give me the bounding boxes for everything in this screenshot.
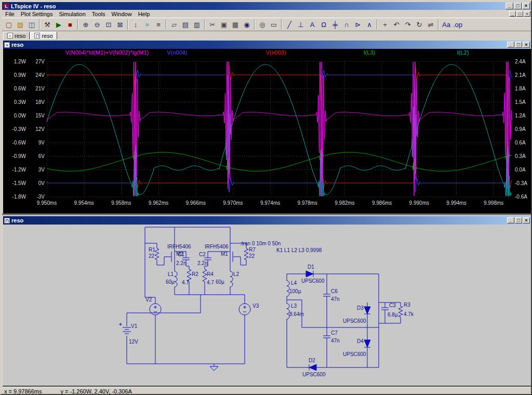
trace-label[interactable]: V(n004) [167,49,187,56]
tab-reso-1[interactable]: ⊓reso [30,32,57,40]
text-button[interactable]: Aa [441,19,452,30]
y-axis-voltage-label: 24V [35,72,45,78]
y-axis-voltage-label: 15V [35,113,45,118]
tile-vertical-button[interactable]: ▥ [191,19,203,30]
minimize-button[interactable]: _ [506,3,513,9]
toolbar-separator [127,19,128,30]
schematic-minimize-button[interactable]: _ [507,217,514,223]
schematic-label: L1 [168,271,174,277]
diode-button[interactable]: ⊳ [352,19,364,30]
y-axis-voltage-label: 0V [38,180,45,186]
close-button[interactable]: × [522,3,530,9]
waveform-window-title-bar[interactable]: ≈ reso _ □ × [3,41,531,49]
menu-file[interactable]: File [2,10,18,18]
capacitor-button[interactable]: ╪ [329,19,341,30]
component-button[interactable]: ∧ [364,19,375,30]
x-axis-time-label: 9.962ms [149,200,168,206]
mdi-minimize-button[interactable]: _ [509,11,516,17]
toolbar-separator [438,19,439,30]
schematic-label: D2 [309,358,315,363]
halt-button[interactable]: ■ [64,19,76,30]
y-axis-power-label: 0.6W [14,86,26,91]
open-button[interactable]: ▨ [15,19,26,30]
schematic-canvas[interactable]: .tran 0 10m 0 50nK1 L1 L2 L3 0.9998IRFH5… [3,225,531,386]
mdi-restore-button[interactable]: □ [516,11,523,17]
x-axis-time-label: 9.998ms [484,200,503,206]
autorange-button[interactable]: ↕ [130,19,141,30]
trace-label[interactable]: I(L3) [364,49,376,56]
copy-button[interactable]: ▣ [218,19,230,30]
zoom-out-button[interactable]: ⊖ [91,19,103,30]
spice-directive-button[interactable]: .op [452,19,463,30]
schematic-label: UPSC600 [302,372,326,377]
schematic-maximize-button[interactable]: □ [515,217,522,223]
x-axis-time-label: 9.978ms [298,200,317,206]
mdi-close-button[interactable]: × [524,11,530,17]
waveform-minimize-button[interactable]: _ [507,42,514,48]
inductor-symbol [230,271,233,287]
redo-button[interactable]: ↷ [402,19,414,30]
move-button[interactable]: + [379,19,391,30]
schematic-label: 60µ [166,279,175,285]
undo-button[interactable]: ↶ [391,19,402,30]
run-button[interactable]: ▶ [53,19,64,30]
trace-label[interactable]: V(N004)*Id(M1)+V(N002)*Ig(M1) [65,49,149,56]
schematic-label: D4 [357,338,364,344]
ground-button[interactable]: ⊥ [295,19,307,30]
print-preview-button[interactable]: ◎ [257,19,268,30]
netlist-button[interactable]: ≡ [153,19,164,30]
x-axis-time-label: 9.970ms [223,200,243,206]
cascade-windows-button[interactable]: ▱ [168,19,180,30]
inductor-button[interactable]: ∩ [341,19,352,30]
save-button[interactable]: ◫ [26,19,37,30]
control-panel-button[interactable]: ⚒ [42,19,53,30]
schematic-label: R2 [192,271,198,277]
schematic-label: UPSC600 [343,318,366,324]
schematic-close-button[interactable]: × [523,217,530,223]
menu-window[interactable]: Window [109,10,135,18]
menu-bar: FilePlot SettingsSimulationToolsWindowHe… [2,10,531,18]
waveform-pane-button[interactable]: ≈ [141,19,153,30]
zoom-full-button[interactable]: ⊠ [114,19,126,30]
schematic-label: 4.7k [404,311,414,317]
schematic-label: 6.8µ [388,312,398,318]
resistor-button[interactable]: Ω [318,19,329,30]
cut-button[interactable]: ✂ [207,19,218,30]
menu-plot-settings[interactable]: Plot Settings [18,10,56,18]
tab-bar: ≈reso⊓reso [2,31,531,40]
waveform-plot-area[interactable]: 1.2W27V2.4A0.9W24V2.1A0.6W21V1.8A0.3W18V… [3,49,531,213]
menu-help[interactable]: Help [135,10,153,18]
maximize-button[interactable]: □ [514,3,522,9]
zoom-in-button[interactable]: ⊕ [80,19,91,30]
tile-horizontal-button[interactable]: ▤ [180,19,191,30]
x-axis-time-label: 9.958ms [111,200,131,206]
print-button[interactable]: ▭ [268,19,280,30]
ltspice-app-window: { "window": { "title": "LTspice IV - res… [0,0,532,395]
toolbar-separator [377,19,378,30]
wire-button[interactable]: ╱ [284,19,295,30]
schematic-label: 47n [331,296,340,302]
schematic-window-title-bar[interactable]: ⊓ reso _ □ × [3,216,531,225]
mirror-button[interactable]: ⇌ [425,19,436,30]
schematic-window-title: reso [11,217,507,223]
rotate-button[interactable]: ↻ [414,19,425,30]
menu-simulation[interactable]: Simulation [56,10,89,18]
toolbar-separator [254,19,255,30]
waveform-close-button[interactable]: × [523,42,530,48]
waveform-window-title: reso [11,42,507,48]
new-schematic-button[interactable]: ▢ [3,19,15,30]
schematic-label: 4.7 [207,280,214,285]
trace-label[interactable]: I(L2) [457,49,469,56]
title-bar[interactable]: L LTspice IV - reso _ □ × [2,2,531,10]
y-axis-power-label: -0.9W [12,153,26,159]
trace-label[interactable]: V(n003) [265,49,286,56]
y-axis-voltage-label: 21V [35,86,45,91]
find-button[interactable]: ◉ [241,19,252,30]
tab-reso-0[interactable]: ≈reso [3,32,30,40]
zoom-area-button[interactable]: ⊡ [103,19,114,30]
menu-tools[interactable]: Tools [89,10,109,18]
trace-v-n004- [47,70,512,192]
label-button[interactable]: A [307,19,318,30]
paste-button[interactable]: ▦ [230,19,241,30]
waveform-maximize-button[interactable]: □ [515,42,522,48]
